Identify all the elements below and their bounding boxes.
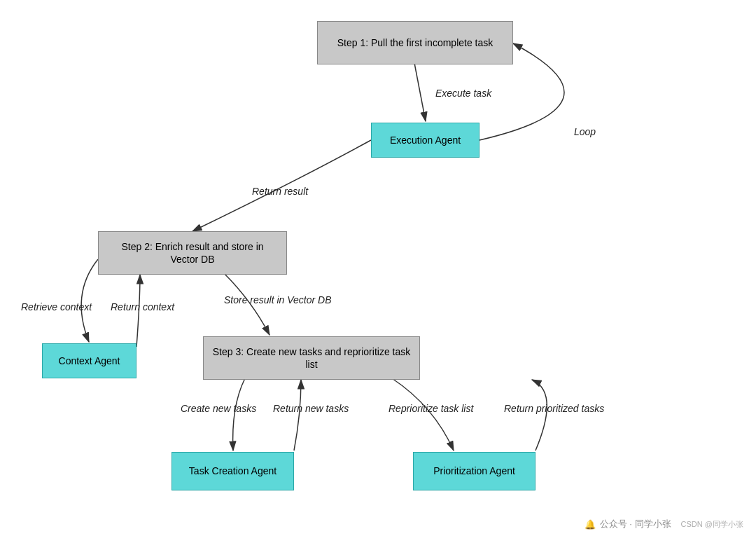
step2-node: Step 2: Enrich result and store in Vecto… xyxy=(98,231,287,275)
create-new-tasks-label: Create new tasks xyxy=(181,403,256,414)
step3-label: Step 3: Create new tasks and reprioritiz… xyxy=(212,345,411,371)
svg-line-2 xyxy=(414,63,426,121)
return-prioritized-label: Return prioritized tasks xyxy=(504,403,604,414)
return-result-label: Return result xyxy=(252,186,308,197)
execution-agent-node: Execution Agent xyxy=(371,123,479,158)
step1-node: Step 1: Pull the first incomplete task xyxy=(317,21,513,64)
prioritization-agent-label: Prioritization Agent xyxy=(433,465,515,477)
task-creation-agent-label: Task Creation Agent xyxy=(189,465,276,477)
diagram-container: Step 1: Pull the first incomplete task E… xyxy=(0,0,756,536)
return-new-tasks-label: Return new tasks xyxy=(273,403,349,414)
step1-label: Step 1: Pull the first incomplete task xyxy=(337,36,493,49)
watermark-sub: CSDN @同学小张 xyxy=(681,519,743,530)
loop-label: Loop xyxy=(574,126,596,137)
task-creation-agent-node: Task Creation Agent xyxy=(172,452,294,490)
watermark: 🔔 公众号 · 同学小张 CSDN @同学小张 xyxy=(584,518,743,530)
execution-agent-label: Execution Agent xyxy=(390,134,461,146)
step3-node: Step 3: Create new tasks and reprioritiz… xyxy=(203,336,420,380)
prioritization-agent-node: Prioritization Agent xyxy=(413,452,536,490)
step2-label: Step 2: Enrich result and store in Vecto… xyxy=(107,240,278,266)
reprioritize-label: Reprioritize task list xyxy=(388,403,473,414)
watermark-icon: 🔔 xyxy=(584,519,596,530)
retrieve-context-label: Retrieve context xyxy=(21,301,92,312)
return-context-label: Return context xyxy=(111,301,174,312)
store-result-label: Store result in Vector DB xyxy=(224,294,332,305)
context-agent-label: Context Agent xyxy=(59,355,120,367)
context-agent-node: Context Agent xyxy=(42,343,136,378)
execute-task-label: Execute task xyxy=(435,88,491,99)
watermark-text: 公众号 · 同学小张 xyxy=(600,518,671,530)
